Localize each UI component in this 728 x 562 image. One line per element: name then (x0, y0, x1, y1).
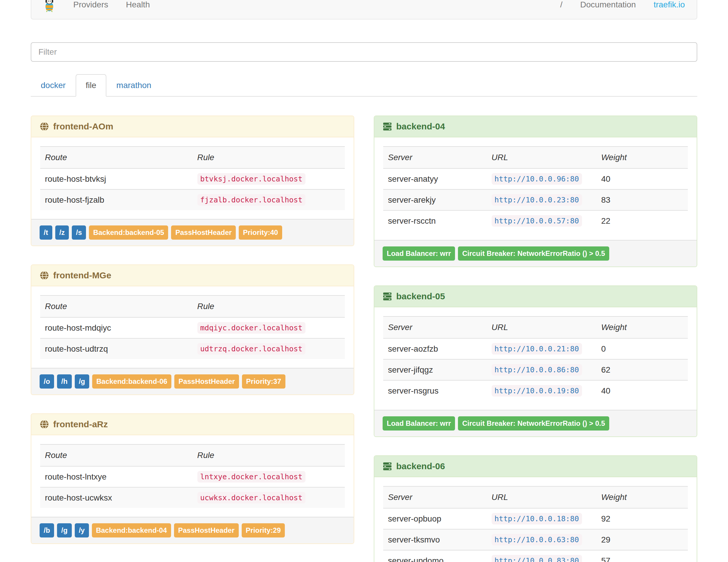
traefik-logo[interactable] (34, 0, 64, 12)
frontend-card-body: RouteRuleroute-host-btvksjbtvksj.docker.… (31, 137, 354, 219)
column-header-server: Server (383, 486, 487, 508)
column-header-server: Server (383, 147, 487, 168)
table-header-row: RouteRule (40, 295, 345, 317)
route-row: route-host-mdqiycmdqiyc.docker.localhost (40, 317, 345, 338)
route-row: route-host-fjzalbfjzalb.docker.localhost (40, 189, 345, 210)
backend-card-body: ServerURLWeightserver-aozfzbhttp://10.0.… (374, 307, 697, 410)
route-path-badge: /g (75, 374, 89, 389)
servers-icon (383, 462, 392, 471)
server-url[interactable]: http://10.0.0.86:80 (492, 364, 582, 376)
server-url[interactable]: http://10.0.0.57:80 (492, 215, 582, 227)
route-row: route-host-lntxyelntxye.docker.localhost (40, 466, 345, 487)
backend-card: backend-06ServerURLWeightserver-opbuopht… (374, 455, 697, 562)
column-header-route: Route (40, 444, 193, 466)
tab-file: file (76, 74, 106, 96)
column-header-url: URL (487, 316, 597, 338)
nav-link-documentation[interactable]: Documentation (571, 0, 645, 19)
routes-table: RouteRuleroute-host-lntxyelntxye.docker.… (40, 444, 345, 508)
server-row: server-aozfzbhttp://10.0.0.21:800 (383, 338, 688, 359)
server-row: server-jifqgzhttp://10.0.0.86:8062 (383, 359, 688, 380)
frontend-detail-badge: Backend:backend-04 (92, 523, 171, 537)
route-rule: ucwksx.docker.localhost (197, 492, 305, 503)
servers-table: ServerURLWeightserver-aozfzbhttp://10.0.… (383, 316, 688, 401)
route-path-badge: /z (55, 225, 69, 240)
server-url[interactable]: http://10.0.0.63:80 (492, 534, 582, 545)
backend-card-header: backend-05 (374, 286, 697, 307)
route-rule: udtrzq.docker.localhost (197, 343, 305, 355)
navbar: Providers Health / Documentation traefik… (31, 0, 697, 20)
server-row: server-updomohttp://10.0.0.83:8057 (383, 550, 688, 562)
column-header-rule: Rule (193, 147, 345, 168)
route-path-badge: /s (72, 225, 86, 240)
tab-link-docker[interactable]: docker (31, 74, 76, 97)
frontend-detail-badge: Backend:backend-05 (89, 225, 168, 240)
backend-card-body: ServerURLWeightserver-anatyyhttp://10.0.… (374, 137, 697, 240)
frontend-name: frontend-AOm (53, 121, 113, 131)
server-weight: 40 (597, 380, 688, 401)
filter-input[interactable] (31, 42, 697, 62)
backends-column: backend-04ServerURLWeightserver-anatyyht… (364, 116, 697, 562)
backend-detail-badge: Load Balancer: wrr (383, 246, 455, 261)
tab-link-file[interactable]: file (76, 74, 106, 97)
routes-table: RouteRuleroute-host-btvksjbtvksj.docker.… (40, 146, 345, 210)
column-header-url: URL (487, 147, 597, 168)
server-name: server-rscctn (383, 210, 487, 231)
backend-detail-badge: Circuit Breaker: NetworkErrorRatio () > … (458, 246, 609, 261)
frontend-card-header: frontend-AOm (31, 116, 354, 137)
column-header-route: Route (40, 147, 193, 168)
route-rule: btvksj.docker.localhost (197, 173, 305, 185)
route-row: route-host-udtrzqudtrzq.docker.localhost (40, 338, 345, 359)
route-path-badge: /h (57, 374, 71, 389)
nav-link-health[interactable]: Health (117, 0, 159, 19)
servers-icon (383, 292, 392, 301)
servers-icon (383, 122, 392, 131)
frontend-detail-badge: Backend:backend-06 (92, 374, 171, 389)
server-url[interactable]: http://10.0.0.18:80 (492, 513, 582, 524)
backend-card-header: backend-06 (374, 456, 697, 477)
tab-link-marathon[interactable]: marathon (106, 74, 161, 97)
nav-link-providers[interactable]: Providers (64, 0, 117, 19)
route-name: route-host-ucwksx (40, 487, 193, 508)
frontend-card-footer: /b/g/yBackend:backend-04PassHostHeaderPr… (31, 517, 354, 543)
route-rule: fjzalb.docker.localhost (197, 194, 305, 206)
backend-name: backend-06 (396, 461, 445, 471)
frontend-card: frontend-MGeRouteRuleroute-host-mdqiycmd… (31, 264, 354, 395)
frontend-detail-badge: Priority:29 (242, 523, 285, 537)
server-name: server-nsgrus (383, 380, 487, 401)
frontend-detail-badge: PassHostHeader (174, 523, 239, 537)
server-row: server-arekjyhttp://10.0.0.23:8083 (383, 189, 688, 210)
nav-separator: / (551, 0, 571, 9)
frontends-column: frontend-AOmRouteRuleroute-host-btvksjbt… (31, 116, 364, 562)
frontend-card-body: RouteRuleroute-host-mdqiycmdqiyc.docker.… (31, 286, 354, 368)
route-name: route-host-fjzalb (40, 189, 193, 210)
backend-card-footer: Load Balancer: wrrCircuit Breaker: Netwo… (374, 240, 697, 267)
frontend-card: frontend-aRzRouteRuleroute-host-lntxyeln… (31, 413, 354, 544)
server-url[interactable]: http://10.0.0.23:80 (492, 194, 582, 206)
route-name: route-host-btvksj (40, 168, 193, 189)
column-header-route: Route (40, 295, 193, 317)
globe-icon (40, 420, 49, 429)
column-header-server: Server (383, 316, 487, 338)
backend-card: backend-04ServerURLWeightserver-anatyyht… (374, 116, 697, 267)
server-weight: 29 (597, 529, 688, 550)
frontend-name: frontend-aRz (53, 419, 108, 429)
server-name: server-anatyy (383, 168, 487, 189)
server-url[interactable]: http://10.0.0.83:80 (492, 555, 582, 562)
nav-link-traefik-io[interactable]: traefik.io (645, 0, 694, 19)
server-url[interactable]: http://10.0.0.19:80 (492, 385, 582, 397)
server-name: server-opbuop (383, 508, 487, 529)
frontend-card-body: RouteRuleroute-host-lntxyelntxye.docker.… (31, 435, 354, 517)
server-url[interactable]: http://10.0.0.96:80 (492, 173, 582, 185)
route-rule: mdqiyc.docker.localhost (197, 322, 305, 334)
table-header-row: ServerURLWeight (383, 147, 688, 168)
column-header-url: URL (487, 486, 597, 508)
server-weight: 57 (597, 550, 688, 562)
server-url[interactable]: http://10.0.0.21:80 (492, 343, 582, 355)
provider-tabs: dockerfilemarathon (31, 74, 697, 97)
server-name: server-tksmvo (383, 529, 487, 550)
route-row: route-host-btvksjbtvksj.docker.localhost (40, 168, 345, 189)
servers-table: ServerURLWeightserver-opbuophttp://10.0.… (383, 486, 688, 562)
server-weight: 83 (597, 189, 688, 210)
frontend-detail-badge: Priority:37 (242, 374, 285, 389)
server-weight: 40 (597, 168, 688, 189)
